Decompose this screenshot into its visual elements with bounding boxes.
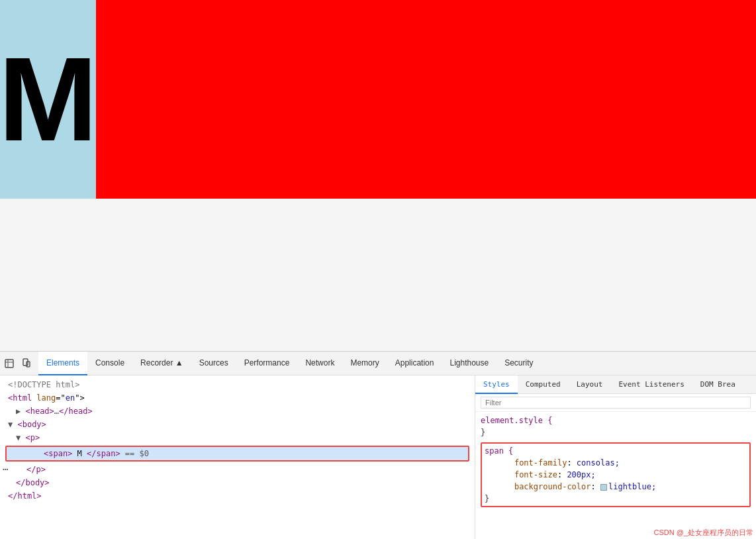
style-tab-styles[interactable]: Styles [475,375,518,394]
css-prop-font-family: font-family [514,458,567,467]
cursor-icon[interactable] [3,357,16,370]
filter-bar [475,394,756,412]
tab-network[interactable]: Network [297,352,342,375]
css-rule-span-wrapper: span { font-family: consolas; font-size:… [481,442,751,507]
tree-p[interactable]: ▼ <p> [0,431,475,444]
css-value-font-size: 200px; [567,470,595,479]
tab-application[interactable]: Application [387,352,442,375]
style-tab-computed[interactable]: Computed [518,375,569,394]
style-tab-event-listeners[interactable]: Event Listeners [610,375,692,394]
css-selector-span: span { [485,446,513,456]
devtools-content: <!DOCTYPE html> <html lang="en"> ▶ <head… [0,375,756,539]
styles-sub-tabs: Styles Computed Layout Event Listeners D… [475,375,756,394]
tree-close-p[interactable]: </p> [0,463,475,476]
css-selector-element: element.style { [481,416,552,425]
preview-letter: M [0,40,97,159]
styles-panel: Styles Computed Layout Event Listeners D… [475,375,756,539]
preview-left-panel: M [0,0,96,199]
css-rule-element-style: element.style { } [481,415,751,438]
tree-close-body[interactable]: </body> [0,476,475,489]
dots-indicator: … [1,462,8,472]
tab-performance[interactable]: Performance [236,352,298,375]
svg-rect-0 [5,360,13,368]
style-tab-layout[interactable]: Layout [569,375,611,394]
devtools-panel: Elements Console Recorder ▲ Sources Perf… [0,351,756,539]
tab-sources[interactable]: Sources [191,352,236,375]
devtools-tabs-bar: Elements Console Recorder ▲ Sources Perf… [0,352,756,375]
elements-panel[interactable]: <!DOCTYPE html> <html lang="en"> ▶ <head… [0,375,475,539]
tab-lighthouse[interactable]: Lighthouse [442,352,496,375]
device-icon[interactable] [20,357,33,370]
styles-content: element.style { } span { font-family: co… [475,412,756,510]
white-gap [0,199,756,351]
css-prop-background-color: background-color [514,482,591,491]
filter-input[interactable] [481,397,751,409]
tree-doctype[interactable]: <!DOCTYPE html> [0,378,475,391]
tree-span-wrapper: <span> M </span> == $0 [3,446,472,462]
svg-rect-3 [23,359,28,366]
watermark: CSDN @_处女座程序员的日常 [653,528,753,538]
preview-area: M [0,0,756,199]
color-swatch-lightblue[interactable] [600,484,607,491]
devtools-icon-group [3,357,33,370]
tab-memory[interactable]: Memory [342,352,387,375]
tab-console[interactable]: Console [87,352,132,375]
tab-security[interactable]: Security [496,352,541,375]
css-rule-span: span { font-family: consolas; font-size:… [481,442,751,507]
css-prop-font-size: font-size [514,470,557,479]
tree-head[interactable]: ▶ <head>…</head> [0,405,475,418]
css-value-font-family: consolas; [577,458,620,467]
tree-html[interactable]: <html lang="en"> [0,391,475,405]
tab-recorder[interactable]: Recorder ▲ [132,352,191,375]
tree-body[interactable]: ▼ <body> [0,418,475,431]
css-value-background-color: lightblue; [608,482,656,491]
tree-span[interactable]: <span> M </span> == $0 [5,446,469,462]
tree-close-html[interactable]: </html> [0,489,475,503]
preview-right-panel [96,0,756,199]
tab-elements[interactable]: Elements [38,352,87,375]
style-tab-dom-breakpoints[interactable]: DOM Brea [692,375,743,394]
